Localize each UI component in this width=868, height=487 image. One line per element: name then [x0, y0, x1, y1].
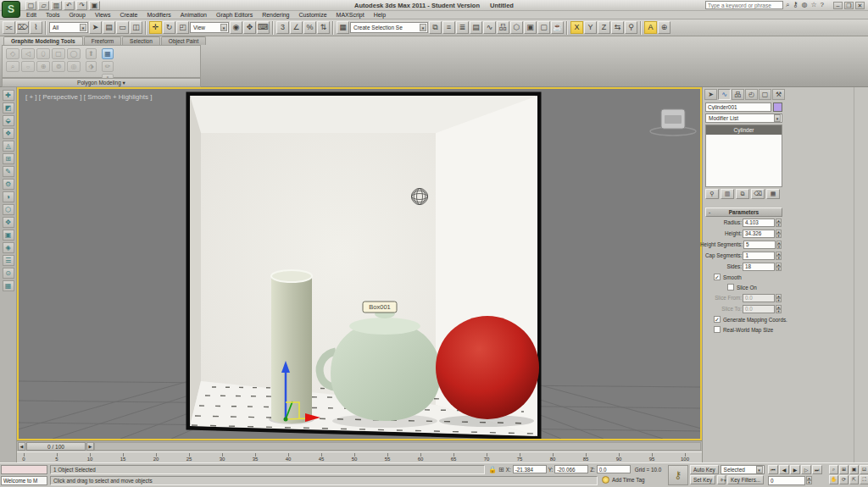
ribbon-tool-button[interactable]: ⌔ [21, 61, 35, 72]
x-coordinate-input[interactable] [513, 465, 547, 473]
previous-frame-arrow[interactable]: ◀ [18, 442, 25, 451]
ribbon-tool-button[interactable]: ◁ [21, 48, 35, 59]
polygon-modeling-bar[interactable]: Polygon Modeling ▾ [2, 78, 201, 87]
help-icon[interactable]: ? [821, 1, 824, 9]
menu-graph-editors[interactable]: Graph Editors [212, 12, 257, 18]
spinner[interactable]: ▲▼ [776, 219, 782, 227]
character-a-button[interactable]: A [644, 21, 657, 34]
left-dock-icon-10[interactable]: ⬡ [3, 204, 14, 215]
left-dock-icon-13[interactable]: ◈ [3, 242, 14, 253]
previous-frame-button[interactable]: ◀ [779, 465, 789, 474]
left-dock-icon-14[interactable]: ☰ [3, 255, 14, 266]
left-dock-icon-5[interactable]: ◬ [3, 141, 14, 152]
time-slider-handle[interactable]: 0 / 100 [26, 442, 86, 451]
stack-item-cylinder[interactable]: Cylinder [706, 125, 782, 135]
left-dock-icon-16[interactable]: ▦ [3, 280, 14, 291]
render-setup-button[interactable]: ▣ [524, 21, 537, 34]
ribbon-tab-selection[interactable]: Selection [122, 36, 160, 45]
menu-edit[interactable]: Edit [22, 12, 41, 18]
modifier-list-dropdown[interactable]: Modifier List▾ [705, 113, 782, 123]
next-frame-arrow[interactable]: ▶ [86, 442, 94, 451]
play-button[interactable]: ▶ [790, 465, 800, 474]
selection-region-button[interactable]: ▭ [116, 21, 129, 34]
curve-editor-button[interactable]: ∿ [483, 21, 496, 34]
param-input[interactable] [743, 241, 776, 249]
utilities-tab[interactable]: ⚒ [772, 89, 785, 100]
percent-snap-button[interactable]: % [303, 21, 316, 34]
subscription-key-icon[interactable]: ⚷ [793, 1, 798, 9]
restore-button[interactable]: ❐ [844, 2, 854, 9]
infocenter-search-input[interactable] [705, 1, 783, 9]
checkbox[interactable] [727, 284, 734, 291]
checkbox[interactable]: ✓ [714, 316, 721, 323]
ribbon-tab-object-paint[interactable]: Object Paint [161, 36, 206, 45]
zoom-extents-button[interactable]: ▣ [849, 465, 859, 474]
menu-modifiers[interactable]: Modifiers [142, 12, 175, 18]
render-production-button[interactable]: ☕ [551, 21, 564, 34]
param-input[interactable] [743, 252, 775, 260]
ribbon-tool-button[interactable]: ⬗ [86, 61, 97, 72]
left-dock-icon-12[interactable]: ▣ [3, 230, 14, 241]
align-button[interactable]: ≡ [442, 21, 455, 34]
rendered-frame-button[interactable]: ▢ [537, 21, 550, 34]
ribbon-tool-button[interactable]: ◎ [67, 61, 81, 72]
menu-group[interactable]: Group [64, 12, 89, 18]
checkbox[interactable] [714, 326, 721, 333]
fov-button[interactable]: ⇱ [849, 475, 859, 484]
key-filters-button[interactable]: Key Filters... [727, 475, 764, 484]
ribbon-active-tool-button[interactable]: ▦ [102, 48, 114, 59]
orbit-button[interactable]: ⟳ [839, 475, 849, 484]
spinner[interactable]: ▲▼ [776, 294, 782, 302]
perspective-viewport[interactable]: Box001 [ + ] [ Perspective ] [ Smooth + … [17, 87, 702, 440]
maxscript-mini-recorder[interactable] [1, 465, 47, 474]
ribbon-tab-freeform[interactable]: Freeform [84, 36, 121, 45]
select-and-scale-button[interactable]: ◰ [176, 21, 189, 34]
left-dock-icon-4[interactable]: ❖ [3, 128, 14, 139]
left-dock-icon-3[interactable]: ⬙ [3, 115, 14, 126]
menu-views[interactable]: Views [91, 12, 115, 18]
zoom-button[interactable]: ⌕ [829, 465, 838, 474]
hierarchy-tab[interactable]: 品 [732, 89, 744, 100]
select-and-move-button[interactable]: ✛ [149, 21, 162, 34]
ribbon-tab-graphite-modeling-tools[interactable]: Graphite Modeling Tools [3, 36, 83, 45]
set-key-button[interactable]: Set Key [690, 475, 715, 484]
viewport-label[interactable]: [ + ] [ Perspective ] [ Smooth + Highlig… [25, 93, 152, 101]
menu-customize[interactable]: Customize [294, 12, 331, 18]
absolute-mode-icon[interactable]: ⊞ [498, 466, 504, 473]
ribbon-tool-button[interactable]: ◇ [6, 48, 19, 59]
select-and-manipulate-button[interactable]: ✥ [243, 21, 256, 34]
param-input[interactable] [743, 230, 775, 238]
frame-spinner[interactable]: ▲▼ [806, 476, 812, 485]
spinner[interactable]: ▲▼ [776, 263, 782, 271]
menu-animation[interactable]: Animation [176, 12, 211, 18]
set-keys-button[interactable]: ⚷ [668, 465, 688, 485]
material-editor-button[interactable]: ⬡ [510, 21, 523, 34]
object-color-swatch[interactable] [773, 102, 782, 112]
ribbon-tool-button[interactable]: ⊚ [52, 61, 65, 72]
minimize-button[interactable]: – [833, 2, 843, 9]
spinner[interactable]: ▲▼ [776, 305, 782, 313]
menu-create[interactable]: Create [115, 12, 142, 18]
menu-maxscript[interactable]: MAXScript [332, 12, 369, 18]
snap-use-axis-button[interactable]: ⚲ [625, 21, 637, 34]
go-to-start-button[interactable]: ⏮ [768, 465, 778, 474]
left-dock-icon-1[interactable]: ✚ [3, 90, 14, 101]
schematic-view-button[interactable]: 品 [497, 21, 509, 34]
select-and-rotate-button[interactable]: ↻ [163, 21, 175, 34]
selection-set-dropdown[interactable]: Selected▾ [721, 465, 765, 474]
reference-coordinate-dropdown[interactable]: View▾ [190, 22, 229, 33]
maximize-viewport-button[interactable]: ⛶ [860, 475, 868, 484]
favorites-star-icon[interactable]: ☆ [810, 1, 816, 9]
spinner[interactable]: ▲▼ [776, 230, 782, 238]
menu-help[interactable]: Help [370, 12, 390, 18]
left-dock-icon-9[interactable]: ◑ [3, 191, 14, 202]
auto-key-button[interactable]: Auto Key [690, 465, 719, 474]
named-selection-dropdown[interactable]: Create Selection Se▾ [350, 22, 428, 33]
left-dock-icon-11[interactable]: ✥ [3, 217, 14, 228]
window-crossing-button[interactable]: ◫ [130, 21, 142, 34]
modify-tab[interactable]: ∿ [718, 89, 731, 100]
spinner[interactable]: ▲▼ [776, 241, 782, 249]
create-tab[interactable]: ➤ [704, 89, 717, 100]
parameters-rollout-header[interactable]: - Parameters [705, 208, 782, 217]
display-tab[interactable]: ▢ [759, 89, 771, 100]
